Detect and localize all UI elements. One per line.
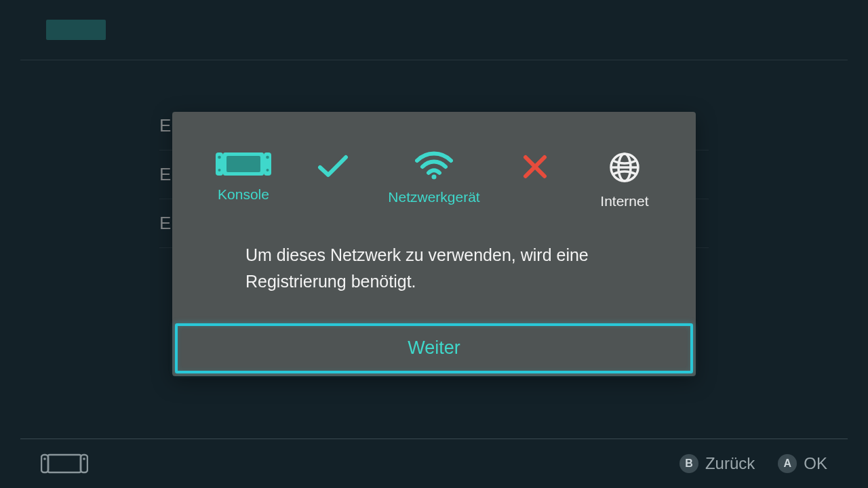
- svg-point-15: [43, 458, 46, 460]
- status-internet-label: Internet: [600, 193, 648, 209]
- svg-rect-14: [81, 455, 87, 472]
- b-button-icon: B: [679, 454, 698, 473]
- a-button-icon: A: [778, 454, 797, 473]
- hint-ok-label: OK: [804, 454, 827, 473]
- continue-button-label: Weiter: [408, 338, 460, 359]
- status-row: Konsole Netzwerkgerät: [172, 112, 696, 209]
- console-icon: [215, 151, 272, 177]
- hint-back-label: Zurück: [705, 454, 755, 473]
- svg-rect-1: [226, 156, 260, 172]
- svg-point-16: [83, 458, 85, 460]
- cross-icon: [522, 154, 548, 180]
- status-console-label: Konsole: [218, 186, 269, 203]
- status-link-console-network: [299, 151, 367, 178]
- status-internet: Internet: [591, 151, 658, 209]
- continue-button[interactable]: Weiter: [175, 323, 693, 373]
- hint-back: B Zurück: [679, 454, 755, 473]
- svg-point-4: [218, 156, 221, 159]
- dialog-message: Um dieses Netzwerk zu verwenden, wird ei…: [172, 209, 696, 323]
- globe-icon: [608, 151, 641, 184]
- svg-point-5: [266, 156, 269, 159]
- svg-point-7: [267, 169, 269, 171]
- status-network-device-label: Netzwerkgerät: [388, 189, 479, 205]
- status-network-device: Netzwerkgerät: [388, 151, 479, 205]
- connection-status-dialog: Konsole Netzwerkgerät: [172, 112, 696, 376]
- status-console: Konsole: [210, 151, 277, 203]
- status-link-network-internet: [501, 151, 569, 180]
- svg-rect-13: [41, 455, 48, 472]
- footer-bar: B Zurück A OK: [0, 439, 868, 488]
- hint-ok: A OK: [778, 454, 827, 473]
- controller-icon: [41, 453, 88, 474]
- check-icon: [317, 154, 349, 178]
- svg-rect-12: [48, 455, 81, 472]
- wifi-icon: [415, 151, 453, 180]
- svg-point-6: [218, 169, 221, 171]
- svg-point-8: [431, 175, 436, 180]
